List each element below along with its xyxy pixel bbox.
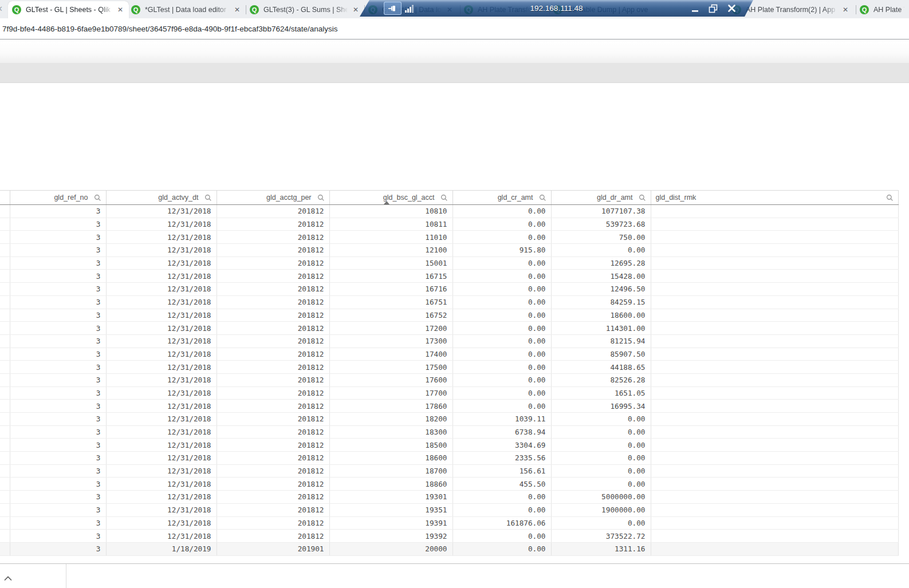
table-cell[interactable]: 3 [10,270,106,283]
table-cell[interactable]: 12/31/2018 [106,439,217,452]
table-cell[interactable]: 201812 [217,491,329,504]
table-cell[interactable] [651,348,898,361]
column-header-gld_ref_no[interactable]: gld_ref_no [10,191,106,205]
table-cell[interactable] [651,295,898,309]
table-cell[interactable] [651,334,898,348]
tab-close-icon[interactable]: ✕ [841,5,850,14]
table-cell[interactable]: 16715 [329,270,452,283]
table-cell[interactable]: 201901 [217,542,329,555]
table-cell[interactable]: 16752 [329,309,452,322]
table-cell[interactable] [651,425,898,439]
table-cell[interactable]: 11010 [329,231,452,244]
table-cell[interactable]: 201812 [217,231,329,244]
table-cell[interactable]: 201812 [217,295,329,309]
table-cell[interactable]: 10810 [329,205,452,218]
table-cell[interactable]: 201812 [217,503,329,516]
search-icon[interactable] [440,194,448,202]
table-cell[interactable] [651,373,898,386]
browser-tab-2[interactable]: QGLTest(3) - GL Sums | Sheets✕ [246,1,364,18]
table-cell[interactable]: 3 [10,516,106,530]
table-cell[interactable]: 3 [10,244,106,257]
table-cell[interactable]: 201812 [217,452,329,465]
table-cell[interactable]: 201812 [217,334,329,348]
table-cell[interactable]: 3 [10,439,106,452]
table-cell[interactable]: 3 [10,322,106,335]
table-cell[interactable] [651,244,898,257]
table-cell[interactable]: 16751 [329,295,452,309]
table-cell[interactable]: 12/31/2018 [106,348,217,361]
table-cell[interactable]: 3 [10,256,106,270]
table-cell[interactable] [651,452,898,465]
table-cell[interactable]: 201812 [217,322,329,335]
tab-close-icon[interactable]: ✕ [233,5,242,14]
close-button[interactable] [727,4,736,13]
table-cell[interactable]: 3 [10,491,106,504]
table-cell[interactable]: 1/18/2019 [106,542,217,555]
table-cell[interactable]: 12/31/2018 [106,256,217,270]
table-cell[interactable]: 12/31/2018 [106,425,217,439]
table-cell[interactable]: 17400 [329,348,452,361]
address-bar-url[interactable]: 7f9d-bfe4-4486-b819-6fae9e1b0789/sheet/3… [0,25,337,33]
table-cell[interactable]: 18700 [329,464,452,477]
column-header-gld_dr_amt[interactable]: gld_dr_amt [551,191,651,205]
address-bar[interactable]: 7f9d-bfe4-4486-b819-6fae9e1b0789/sheet/3… [0,18,909,40]
table-cell[interactable]: 17860 [329,400,452,413]
table-cell[interactable]: 12/31/2018 [106,400,217,413]
table-cell[interactable]: 3 [10,205,106,218]
table-cell[interactable]: 201812 [217,400,329,413]
table-cell[interactable]: 12/31/2018 [106,386,217,400]
table-cell[interactable]: 18500 [329,439,452,452]
table-cell[interactable] [651,491,898,504]
table-cell[interactable]: 201812 [217,348,329,361]
table-cell[interactable]: 3 [10,542,106,555]
table-cell[interactable]: 15001 [329,256,452,270]
table-cell[interactable] [651,464,898,477]
browser-tab-0[interactable]: QGLTest - GL | Sheets - Qlik Se✕ [8,1,129,18]
table-cell[interactable]: 12/31/2018 [106,373,217,386]
table-cell[interactable]: 17600 [329,373,452,386]
column-header-gld_actvy_dt[interactable]: gld_actvy_dt [106,191,217,205]
column-header-gld_bsc_gl_acct[interactable]: gld_bsc_gl_acct [329,191,452,205]
table-cell[interactable]: 18300 [329,425,452,439]
table-cell[interactable]: 201812 [217,516,329,530]
table-cell[interactable] [651,530,898,543]
table-cell[interactable]: 201812 [217,309,329,322]
table-cell[interactable] [651,413,898,426]
search-icon[interactable] [886,194,894,202]
table-cell[interactable] [651,516,898,530]
minimize-button[interactable] [690,4,699,13]
table-cell[interactable]: 12100 [329,244,452,257]
table-cell[interactable]: 12/31/2018 [106,464,217,477]
search-icon[interactable] [539,194,546,202]
table-cell[interactable] [651,361,898,374]
table-cell[interactable]: 201812 [217,373,329,386]
table-cell[interactable] [651,477,898,491]
table-cell[interactable]: 201812 [217,439,329,452]
tab-close-icon[interactable]: ✕ [351,5,360,14]
table-cell[interactable]: 12/31/2018 [106,491,217,504]
table-cell[interactable]: 3 [10,452,106,465]
browser-tab-7[interactable]: QAH Plate Tr [856,1,909,18]
table-cell[interactable] [651,218,898,231]
table-cell[interactable]: 12/31/2018 [106,231,217,244]
table-cell[interactable]: 201812 [217,425,329,439]
table-cell[interactable]: 201812 [217,244,329,257]
search-icon[interactable] [94,194,101,202]
table-cell[interactable]: 3 [10,348,106,361]
table-cell[interactable]: 3 [10,400,106,413]
table-cell[interactable]: 3 [10,231,106,244]
table-cell[interactable] [651,283,898,296]
table-cell[interactable] [651,386,898,400]
table-cell[interactable]: 201812 [217,218,329,231]
table-cell[interactable]: 12/31/2018 [106,361,217,374]
table-cell[interactable]: 201812 [217,477,329,491]
table-cell[interactable]: 201812 [217,413,329,426]
pin-button[interactable] [384,2,402,15]
table-cell[interactable]: 12/31/2018 [106,244,217,257]
table-cell[interactable]: 201812 [217,283,329,296]
table-cell[interactable]: 19392 [329,530,452,543]
column-header-gld_cr_amt[interactable]: gld_cr_amt [452,191,551,205]
table-cell[interactable]: 3 [10,373,106,386]
table-cell[interactable]: 3 [10,334,106,348]
table-cell[interactable]: 12/31/2018 [106,205,217,218]
